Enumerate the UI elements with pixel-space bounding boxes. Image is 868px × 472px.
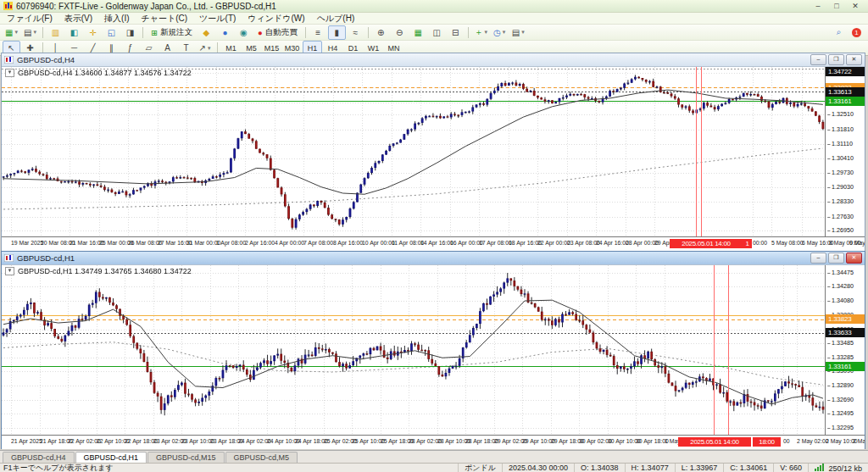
- line-chart-button[interactable]: ≈: [347, 25, 364, 40]
- price-tick: 1.31110: [832, 141, 853, 147]
- menu-view[interactable]: 表示(V): [64, 13, 92, 25]
- navigator-button[interactable]: ✛: [84, 25, 102, 40]
- price-level-label: 1.33613: [826, 87, 865, 97]
- time-axis-label: 22 Apr 00:00: [537, 240, 570, 247]
- time-axis-event-label: 1: [743, 239, 752, 248]
- candles-chart-button[interactable]: ▮: [328, 25, 346, 40]
- zoom-out-icon: ⊖: [396, 28, 403, 37]
- time-axis-label: 16 Apr 00:00: [450, 240, 483, 247]
- time-axis-label: 2 May 18:00: [853, 438, 865, 445]
- chart-plot-h4[interactable]: ▼ GBPUSD-cd,H4 1.34600 1.34877 1.34576 1…: [2, 67, 826, 236]
- chart-legend-h4: ▼ GBPUSD-cd,H4 1.34600 1.34877 1.34576 1…: [5, 69, 192, 77]
- chart-tabs-bar: GBPUSD-cd,H4 GBPUSD-cd,H1 GBPUSD-cd,M15 …: [0, 450, 868, 463]
- notification-badge[interactable]: 1: [852, 28, 861, 37]
- indicators-button[interactable]: ＋: [472, 25, 490, 40]
- text-tool-icon: A: [164, 43, 170, 53]
- menu-help[interactable]: ヘルプ(H): [317, 13, 355, 25]
- cascade-icon: ⊟: [452, 28, 459, 37]
- price-scale-h4[interactable]: 1.345001.338101.331101.325101.318101.311…: [826, 67, 865, 236]
- price-tick: 1.33285: [832, 354, 854, 361]
- price-tick: 1.29030: [832, 184, 854, 191]
- maximize-button[interactable]: □: [831, 2, 843, 10]
- chart-window-icon: [4, 56, 14, 64]
- chart-window-h4-title: GBPUSD-cd,H4: [17, 55, 75, 64]
- chart-minimize-button[interactable]: –: [810, 54, 826, 65]
- terminal-button[interactable]: ◱: [103, 25, 120, 40]
- auto-arrange-button[interactable]: ◫: [428, 25, 446, 40]
- chart-legend-h1: ▼ GBPUSD-cd,H1 1.34749 1.34765 1.34680 1…: [5, 267, 192, 275]
- time-axis-label: 19 Mar 2025: [11, 240, 43, 247]
- bars-chart-button[interactable]: ≡: [309, 25, 327, 40]
- time-axis-h1[interactable]: 21 Apr 202521 Apr 18:0022 Apr 02:0022 Ap…: [2, 435, 865, 449]
- price-tick: 1.31810: [832, 126, 854, 133]
- chart-restore-button[interactable]: ❐: [828, 54, 844, 65]
- autotrade-label: 自動売買: [265, 27, 298, 38]
- status-help-text: F1キーでヘルプが表示されます: [0, 464, 458, 472]
- tab-gbpusd-h4[interactable]: GBPUSD-cd,H4: [3, 452, 75, 463]
- status-bar: F1キーでヘルプが表示されます ポンドル 2025.04.30 00:00 O:…: [0, 463, 868, 472]
- market-watch-button[interactable]: ▥: [47, 25, 64, 40]
- menu-tools[interactable]: ツール(T): [199, 13, 236, 25]
- templates-button[interactable]: ▤: [509, 25, 527, 40]
- channel-tool-icon: ∥: [109, 43, 114, 53]
- time-axis-label: 00:00: [753, 240, 767, 247]
- price-tick: 1.29730: [832, 169, 854, 176]
- tab-gbpusd-m5[interactable]: GBPUSD-cd,M5: [225, 452, 298, 463]
- time-axis-label: 24 Apr 18:00: [295, 438, 328, 445]
- menu-chart[interactable]: チャート(C): [142, 13, 188, 25]
- market-watch-icon: ▥: [52, 28, 59, 37]
- profiles-button[interactable]: ▤: [21, 25, 39, 40]
- tester-button[interactable]: ◨: [121, 25, 139, 40]
- price-tick: 1.34475: [832, 269, 854, 276]
- close-button[interactable]: ✕: [849, 2, 861, 10]
- zoom-out-button[interactable]: ⊖: [391, 25, 409, 40]
- chart-close-button[interactable]: ✕: [846, 253, 862, 264]
- chart-window-h4-titlebar[interactable]: GBPUSD-cd,H4 – ❐ ✕: [2, 53, 865, 67]
- zoom-in-button[interactable]: ⊕: [372, 25, 390, 40]
- cascade-button[interactable]: ⊟: [447, 25, 465, 40]
- chart-minimize-button[interactable]: –: [810, 253, 826, 264]
- menu-window[interactable]: ウィンドウ(W): [248, 13, 304, 25]
- legend-dropdown-icon[interactable]: ▼: [5, 69, 14, 77]
- time-axis-event-label: 18:00: [753, 437, 781, 447]
- tab-gbpusd-m15[interactable]: GBPUSD-cd,M15: [147, 452, 225, 463]
- status-volume: V: 660: [773, 464, 808, 472]
- chart-close-button[interactable]: ✕: [846, 54, 862, 65]
- chart-plot-h1[interactable]: ▼ GBPUSD-cd,H1 1.34749 1.34765 1.34680 1…: [2, 265, 826, 435]
- autotrade-button[interactable]: ● 自動売買: [253, 25, 302, 40]
- chart-window-h1-titlebar[interactable]: GBPUSD-cd,H1 – ❐ ✕: [2, 252, 865, 265]
- periods-button[interactable]: ◷: [491, 25, 509, 40]
- chart-window-icon: [4, 254, 14, 262]
- tile-windows-button[interactable]: ▦: [409, 25, 427, 40]
- status-open: O: 1.34038: [574, 464, 625, 472]
- window-title: 60796940: FXTF-Live - Goldenway Japan Co…: [16, 2, 276, 11]
- chart-restore-button[interactable]: ❐: [828, 253, 844, 264]
- menu-file[interactable]: ファイル(F): [7, 13, 53, 25]
- data-window-button[interactable]: ◧: [65, 25, 83, 40]
- time-axis-label: 24 Apr 02:00: [238, 438, 271, 445]
- time-axis-label: 30 Apr 02:00: [579, 438, 612, 445]
- time-axis-h4[interactable]: 19 Mar 202520 Mar 08:0021 Mar 16:0025 Ma…: [2, 236, 865, 251]
- price-level-label: 1.34722: [826, 67, 865, 76]
- menu-insert[interactable]: 挿入(I): [104, 13, 129, 25]
- time-axis-label: 18 Apr 16:00: [509, 240, 542, 247]
- time-axis-label: 14 Apr 16:00: [420, 240, 453, 247]
- new-order-button[interactable]: ⊞ 新規注文: [147, 25, 197, 40]
- legend-dropdown-icon[interactable]: ▼: [5, 267, 14, 275]
- minimize-button[interactable]: –: [812, 2, 824, 10]
- web-button[interactable]: ◉: [235, 25, 253, 40]
- time-axis-label: 21 Apr 2025: [11, 438, 42, 445]
- price-level-label: 1.33633: [826, 328, 865, 337]
- metaeditor-button[interactable]: ◆: [198, 25, 215, 40]
- label-tool-icon: T: [183, 43, 188, 53]
- search-button[interactable]: ⌕: [830, 25, 848, 40]
- status-bar-time: 2025.04.30 00:00: [502, 464, 574, 472]
- tab-gbpusd-h1[interactable]: GBPUSD-cd,H1: [75, 452, 147, 463]
- new-chart-button[interactable]: ▦: [3, 25, 20, 40]
- price-scale-h1[interactable]: 1.344751.342801.340801.338801.336801.334…: [826, 265, 865, 435]
- status-low: L: 1.33967: [675, 464, 724, 472]
- hline-tool-icon: ─: [71, 43, 77, 53]
- price-tick: 1.26950: [832, 227, 854, 234]
- community-button[interactable]: ●: [216, 25, 234, 40]
- time-axis-label: 29 Apr 10:00: [522, 438, 555, 445]
